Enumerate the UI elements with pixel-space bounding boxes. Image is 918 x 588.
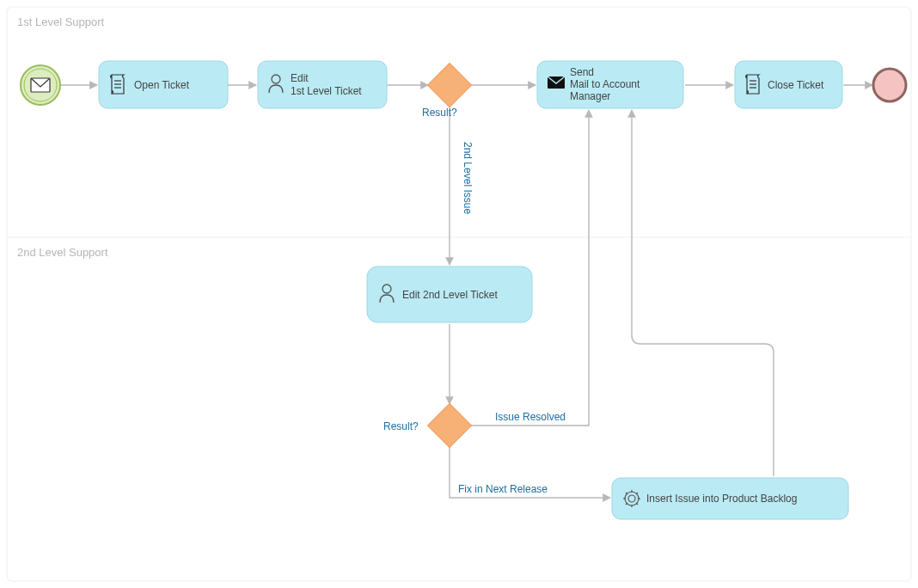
filled-envelope-icon: [548, 77, 565, 89]
flow-label-2nd-level: 2nd Level Issue: [462, 142, 474, 214]
edit-1st-level-task[interactable]: Edit 1st Level Ticket: [258, 61, 387, 108]
edit1-label-line1: Edit: [291, 72, 309, 84]
flow-label-resolved: Issue Resolved: [495, 411, 566, 423]
gateway2-label: Result?: [383, 420, 419, 432]
insert-backlog-task[interactable]: Insert Issue into Product Backlog: [612, 478, 848, 519]
close-ticket-task[interactable]: Close Ticket: [735, 61, 842, 108]
edit2-label: Edit 2nd Level Ticket: [402, 289, 498, 301]
open-ticket-label: Open Ticket: [134, 79, 190, 91]
lane2-label: 2nd Level Support: [17, 246, 108, 259]
send-label-3: Manager: [570, 90, 610, 102]
close-ticket-label: Close Ticket: [768, 79, 824, 91]
svg-point-17: [873, 69, 906, 101]
flow-label-fix-next: Fix in Next Release: [458, 483, 548, 495]
start-event[interactable]: [21, 65, 60, 105]
open-ticket-task[interactable]: Open Ticket: [99, 61, 228, 108]
send-label-2: Mail to Account: [570, 78, 640, 90]
lane1-label: 1st Level Support: [17, 15, 105, 28]
end-event[interactable]: [873, 69, 906, 101]
gateway1-label: Result?: [422, 107, 457, 119]
insert-backlog-label: Insert Issue into Product Backlog: [646, 493, 797, 505]
send-label-1: Send: [570, 66, 594, 78]
send-mail-task[interactable]: Send Mail to Account Manager: [537, 61, 683, 108]
bpmn-diagram: 1st Level Support 2nd Level Support 2nd …: [0, 0, 918, 588]
edit1-label-line2: 1st Level Ticket: [291, 85, 362, 97]
edit-2nd-level-task[interactable]: Edit 2nd Level Ticket: [367, 266, 532, 322]
